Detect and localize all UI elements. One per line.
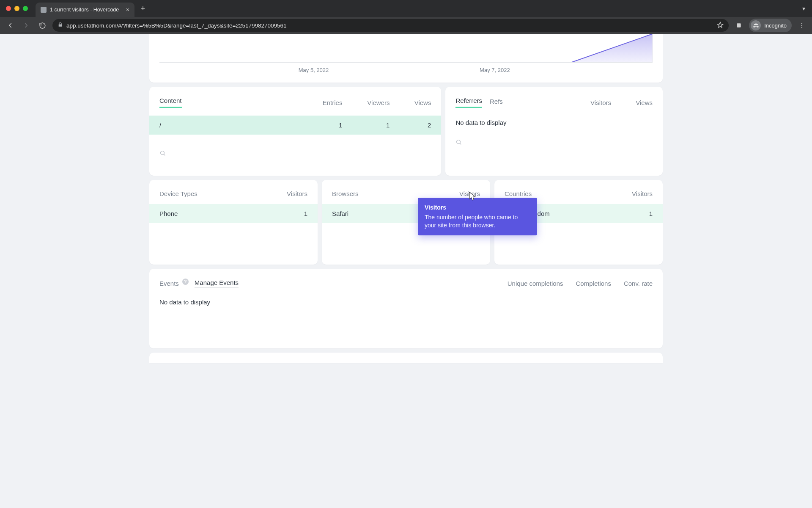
events-card: Events ? Manage Events Unique completion… xyxy=(149,269,663,348)
reload-button[interactable] xyxy=(36,19,48,31)
svg-rect-1 xyxy=(737,23,741,27)
svg-point-3 xyxy=(801,25,802,26)
browsers-title: Browsers xyxy=(332,190,359,197)
device-types-card: Device Types Visitors Phone 1 xyxy=(149,180,318,265)
col-entries[interactable]: Entries xyxy=(312,99,342,106)
address-bar[interactable]: app.usefathom.com/#/?filters=%5B%5D&rang… xyxy=(52,19,729,32)
new-tab-button[interactable]: + xyxy=(137,3,149,14)
browser-tab[interactable]: 1 current visitors - Hovercode × xyxy=(36,3,134,17)
back-button[interactable] xyxy=(4,19,16,31)
help-icon[interactable]: ? xyxy=(182,279,189,285)
tooltip-visitors: Visitors The number of people who came t… xyxy=(418,198,537,235)
incognito-icon xyxy=(751,20,761,30)
tab-refs[interactable]: Refs xyxy=(490,98,503,108)
url-text: app.usefathom.com/#/?filters=%5B%5D&rang… xyxy=(66,22,713,29)
svg-point-8 xyxy=(457,140,461,144)
device-row-label: Phone xyxy=(159,210,283,217)
tab-close-icon[interactable]: × xyxy=(126,7,129,13)
chart-label-2: May 7, 2022 xyxy=(480,67,510,73)
incognito-badge[interactable]: Incognito xyxy=(749,19,792,32)
col-completions[interactable]: Completions xyxy=(576,280,611,287)
events-empty: No data to display xyxy=(159,298,653,306)
window-traffic-lights xyxy=(6,6,28,11)
chart-card: May 5, 2022 May 7, 2022 xyxy=(149,34,663,83)
content-row-viewers: 1 xyxy=(359,121,390,129)
tabs-overflow-icon[interactable]: ▾ xyxy=(802,5,808,12)
svg-point-6 xyxy=(161,151,165,155)
svg-line-9 xyxy=(460,143,461,144)
tab-content[interactable]: Content xyxy=(159,97,182,108)
lock-icon xyxy=(58,22,63,29)
content-search-icon[interactable] xyxy=(159,150,431,158)
referrers-search-icon[interactable] xyxy=(455,139,653,147)
browser-toolbar: app.usefathom.com/#/?filters=%5B%5D&rang… xyxy=(0,17,812,34)
svg-marker-0 xyxy=(718,22,723,28)
svg-line-7 xyxy=(164,154,165,155)
extensions-icon[interactable] xyxy=(733,19,745,31)
countries-col-visitors[interactable]: Visitors xyxy=(628,190,653,197)
device-row[interactable]: Phone 1 xyxy=(149,204,318,223)
chart-area[interactable] xyxy=(159,34,653,63)
window-minimize-icon[interactable] xyxy=(14,6,19,11)
bookmark-star-icon[interactable] xyxy=(717,22,724,30)
window-zoom-icon[interactable] xyxy=(23,6,28,11)
svg-point-4 xyxy=(801,27,802,28)
kebab-menu-icon[interactable] xyxy=(796,19,808,31)
content-row-views: 2 xyxy=(406,121,431,129)
chart-label-1: May 5, 2022 xyxy=(299,67,329,73)
manage-events-link[interactable]: Manage Events xyxy=(195,279,239,287)
device-row-value: 1 xyxy=(283,210,307,217)
forward-button[interactable] xyxy=(20,19,32,31)
tooltip-title: Visitors xyxy=(425,204,530,212)
content-card: Content Entries Viewers Views / 1 1 2 xyxy=(149,87,441,176)
incognito-label: Incognito xyxy=(764,22,787,29)
tooltip-body: The number of people who came to your si… xyxy=(425,213,530,229)
countries-row-value: 1 xyxy=(628,210,653,217)
countries-title: Countries xyxy=(505,190,532,197)
col-views[interactable]: Views xyxy=(406,99,431,106)
device-title: Device Types xyxy=(159,190,198,197)
content-row-label: / xyxy=(159,121,312,129)
referrers-card: Referrers Refs Visitors Views No data to… xyxy=(445,87,663,176)
window-close-icon[interactable] xyxy=(6,6,11,11)
col-conv-rate[interactable]: Conv. rate xyxy=(624,280,653,287)
tab-title: 1 current visitors - Hovercode xyxy=(50,7,123,13)
browser-tabstrip: 1 current visitors - Hovercode × + ▾ xyxy=(0,0,812,17)
content-row-entries: 1 xyxy=(312,121,342,129)
page-viewport: May 5, 2022 May 7, 2022 Content Entries … xyxy=(0,34,812,508)
chart-x-labels: May 5, 2022 May 7, 2022 xyxy=(159,67,653,73)
col-unique-completions[interactable]: Unique completions xyxy=(508,280,563,287)
browsers-col-visitors[interactable]: Visitors xyxy=(455,190,480,197)
svg-point-2 xyxy=(801,23,802,24)
tab-referrers[interactable]: Referrers xyxy=(455,97,482,108)
col-ref-visitors[interactable]: Visitors xyxy=(581,99,611,106)
next-card-peek xyxy=(149,353,663,363)
device-col-visitors[interactable]: Visitors xyxy=(283,190,307,197)
col-viewers[interactable]: Viewers xyxy=(359,99,390,106)
col-ref-views[interactable]: Views xyxy=(628,99,653,106)
favicon-icon xyxy=(41,7,47,13)
referrers-empty: No data to display xyxy=(455,119,653,126)
events-title: Events xyxy=(159,280,179,287)
content-row[interactable]: / 1 1 2 xyxy=(149,116,441,135)
